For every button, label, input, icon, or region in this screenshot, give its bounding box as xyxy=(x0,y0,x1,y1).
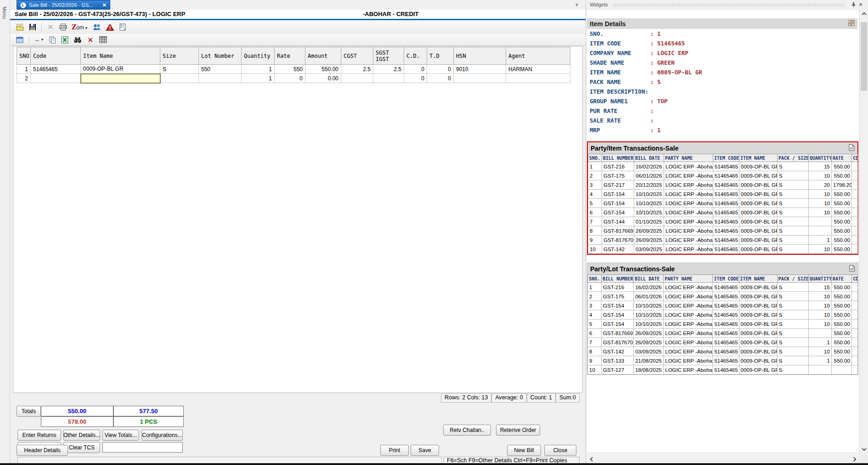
retv-challan-button[interactable]: Retv Challan.. xyxy=(443,425,491,436)
table-row[interactable]: 9GST-13321/08/2025LOGIC ERP -Abohar51465… xyxy=(588,356,858,365)
table-cell[interactable]: 550.00 xyxy=(831,356,851,365)
table-row[interactable]: 2GST-17506/01/2026LOGIC ERP -Abohar51465… xyxy=(588,171,858,180)
table-cell[interactable]: 21/08/2025 xyxy=(634,356,664,365)
table-cell[interactable] xyxy=(851,347,857,356)
table-cell[interactable]: S xyxy=(778,217,809,226)
table-cell[interactable]: LOGIC ERP -Abohar xyxy=(664,319,713,329)
table-cell[interactable]: 26/09/2025 xyxy=(634,329,664,338)
table-cell[interactable]: LOGIC ERP -Abohar xyxy=(664,310,713,319)
table-cell[interactable]: 51465465 xyxy=(31,65,81,74)
column-header[interactable]: SGST IGST xyxy=(373,47,404,65)
copy-grid-icon[interactable] xyxy=(47,35,57,45)
table-cell[interactable]: 0009-OP-BL GR xyxy=(81,65,160,74)
table-cell[interactable]: 10 xyxy=(588,245,602,254)
column-header[interactable]: CGST xyxy=(341,47,373,65)
item-details-section-header[interactable]: Item Details xyxy=(587,18,857,29)
column-header[interactable]: ITEM CODE xyxy=(713,275,739,283)
table-cell[interactable] xyxy=(852,217,858,226)
column-header[interactable]: PACK / SIZE xyxy=(778,154,809,162)
column-header[interactable]: PACK / SIZE xyxy=(777,275,808,283)
table-cell[interactable]: HARMAN xyxy=(506,65,570,74)
zoom-dropdown-icon[interactable]: Zom▼ xyxy=(71,22,89,32)
table-cell[interactable]: 2 xyxy=(17,74,31,83)
table-cell[interactable] xyxy=(199,74,242,83)
table-cell[interactable]: 16/02/2026 xyxy=(634,283,664,292)
column-header[interactable]: QUANTITY xyxy=(808,275,831,283)
party-lot-transactions-table[interactable]: SNO.BILL NUMBERBILL DATEPARTY NAMEITEM C… xyxy=(587,275,858,375)
table-cell[interactable] xyxy=(851,329,857,338)
table-cell[interactable] xyxy=(160,74,199,83)
table-cell[interactable]: S xyxy=(777,292,808,301)
document-icon[interactable] xyxy=(849,265,855,273)
table-cell[interactable]: 0009-OP-BL GR xyxy=(739,171,778,180)
tcs-value-field[interactable] xyxy=(102,442,183,453)
save-icon[interactable] xyxy=(28,22,38,32)
column-header[interactable]: SNO. xyxy=(588,275,602,283)
column-header[interactable]: BILL DATE xyxy=(634,154,664,162)
table-cell[interactable]: 550.00 xyxy=(832,208,852,217)
table-cell[interactable]: GST-175 xyxy=(602,171,634,180)
scroll-left-icon[interactable] xyxy=(587,454,597,464)
configurations-button[interactable]: Configurations... xyxy=(141,430,183,441)
table-cell[interactable]: 20/12/2025 xyxy=(634,180,664,190)
table-cell[interactable]: 1 xyxy=(588,162,602,171)
table-cell[interactable] xyxy=(851,292,857,301)
table-cell[interactable]: S xyxy=(160,65,199,74)
pin-icon[interactable] xyxy=(850,2,857,8)
new-bill-icon[interactable] xyxy=(15,22,25,32)
table-cell[interactable]: S xyxy=(778,162,809,171)
column-header[interactable]: Item Name xyxy=(81,47,160,65)
table-row[interactable]: 7GST-14401/10/2025LOGIC ERP -Abohar51465… xyxy=(588,217,858,226)
table-cell[interactable]: 550.00 xyxy=(832,190,852,199)
table-cell[interactable]: 10 xyxy=(809,208,832,217)
table-cell[interactable]: 26/09/2025 xyxy=(634,235,664,245)
table-cell[interactable]: 3 xyxy=(588,301,602,310)
party-item-section-header[interactable]: Party/Item Transactions-Sale xyxy=(588,142,857,154)
table-cell[interactable]: 10 xyxy=(809,190,832,199)
table-row[interactable]: 6GST-81766926/09/2025LOGIC ERP -Abohar51… xyxy=(588,329,858,338)
cut-disabled-icon[interactable]: ✕ xyxy=(45,22,56,32)
item-name-entry-cell[interactable] xyxy=(81,74,160,83)
table-cell[interactable]: 0 xyxy=(275,74,305,83)
table-cell[interactable]: 03/09/2025 xyxy=(634,347,664,356)
table-cell[interactable]: GST-175 xyxy=(602,292,634,301)
widget-grid-icon[interactable] xyxy=(848,20,855,28)
table-cell[interactable]: 5 xyxy=(588,319,602,329)
table-cell[interactable]: GST-154 xyxy=(602,319,634,329)
column-header[interactable]: Rate xyxy=(275,47,305,65)
table-cell[interactable]: S xyxy=(777,283,808,292)
table-cell[interactable]: GST-217 xyxy=(602,180,634,190)
table-cell[interactable]: 550.00 xyxy=(832,235,852,245)
table-cell[interactable] xyxy=(808,365,831,375)
table-cell[interactable]: 6 xyxy=(588,329,602,338)
table-row[interactable]: 10GST-14203/09/2025LOGIC ERP -Abohar5146… xyxy=(588,245,858,254)
table-cell[interactable]: GST-817670 xyxy=(602,338,634,347)
table-cell[interactable]: 550.00 xyxy=(832,217,852,226)
table-cell[interactable] xyxy=(809,226,832,235)
print-icon[interactable] xyxy=(58,22,68,32)
table-row[interactable]: 2100.0000 xyxy=(17,74,570,83)
table-cell[interactable]: GST-133 xyxy=(602,356,634,365)
print-button[interactable]: Print xyxy=(380,445,409,456)
table-cell[interactable]: 0 xyxy=(404,74,427,83)
table-cell[interactable]: 15 xyxy=(809,162,832,171)
table-cell[interactable]: GST-154 xyxy=(602,199,634,208)
table-cell[interactable]: 9010 xyxy=(454,65,506,74)
table-cell[interactable]: S xyxy=(777,338,808,347)
column-header[interactable]: PARTY NAME xyxy=(664,154,713,162)
table-cell[interactable] xyxy=(851,356,857,365)
table-cell[interactable]: GST-154 xyxy=(602,190,634,199)
table-cell[interactable]: LOGIC ERP -Abohar xyxy=(664,180,713,190)
table-cell[interactable]: LOGIC ERP -Abohar xyxy=(664,292,713,301)
table-cell[interactable]: 0 xyxy=(427,65,454,74)
table-cell[interactable]: S xyxy=(777,319,808,329)
table-cell[interactable]: 51465465 xyxy=(713,190,739,199)
table-cell[interactable]: LOGIC ERP -Abohar xyxy=(664,162,713,171)
table-cell[interactable]: 10 xyxy=(588,365,602,375)
table-cell[interactable] xyxy=(454,74,506,83)
warning-icon[interactable] xyxy=(105,22,115,32)
table-cell[interactable]: LOGIC ERP -Abohar xyxy=(664,365,713,375)
table-cell[interactable]: 51465465 xyxy=(713,338,739,347)
table-cell[interactable]: 26/09/2025 xyxy=(634,226,664,235)
table-cell[interactable]: S xyxy=(777,329,808,338)
